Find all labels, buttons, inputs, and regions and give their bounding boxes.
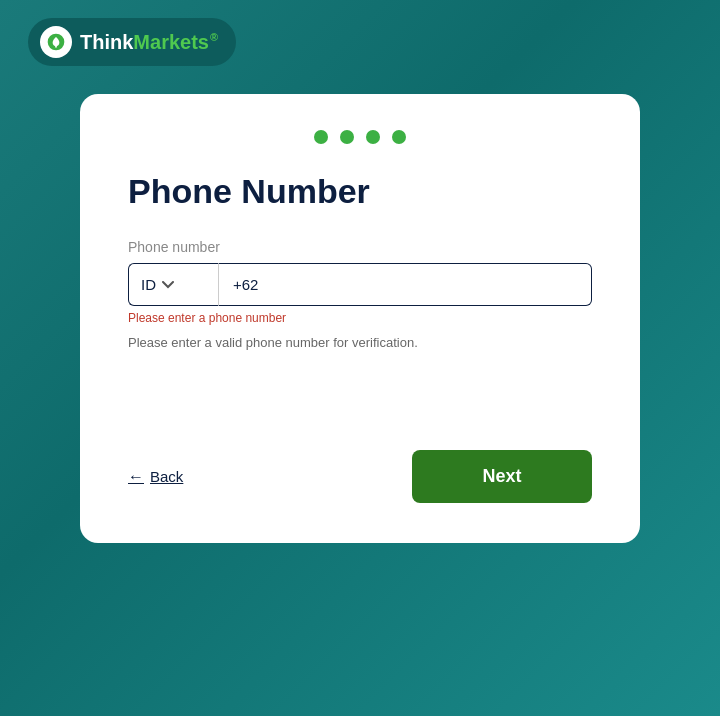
hint-message: Please enter a valid phone number for ve…	[128, 335, 592, 350]
phone-number-input[interactable]	[218, 263, 592, 306]
progress-dots	[314, 130, 406, 144]
country-code-text: ID	[141, 276, 156, 293]
chevron-down-icon	[162, 279, 174, 291]
progress-dot-2	[340, 130, 354, 144]
logo-markets: Markets®	[133, 31, 218, 54]
progress-dot-3	[366, 130, 380, 144]
page-title: Phone Number	[128, 172, 592, 211]
logo-text: Think Markets®	[80, 31, 218, 54]
card-footer: ← Back Next	[128, 450, 592, 503]
next-button[interactable]: Next	[412, 450, 592, 503]
logo: Think Markets®	[28, 18, 236, 66]
error-message: Please enter a phone number	[128, 311, 592, 325]
progress-dot-4	[392, 130, 406, 144]
phone-form-group: Phone number ID Please enter a phone num…	[128, 239, 592, 350]
back-label: Back	[150, 468, 183, 485]
back-arrow-icon: ←	[128, 468, 144, 486]
progress-dot-1	[314, 130, 328, 144]
back-button[interactable]: ← Back	[128, 460, 183, 494]
phone-label: Phone number	[128, 239, 592, 255]
card: Phone Number Phone number ID Please ente…	[80, 94, 640, 543]
logo-icon	[40, 26, 72, 58]
country-select[interactable]: ID	[128, 263, 218, 306]
svg-rect-1	[55, 45, 57, 48]
phone-input-row: ID	[128, 263, 592, 306]
header: Think Markets®	[0, 0, 720, 84]
logo-think: Think	[80, 31, 133, 54]
